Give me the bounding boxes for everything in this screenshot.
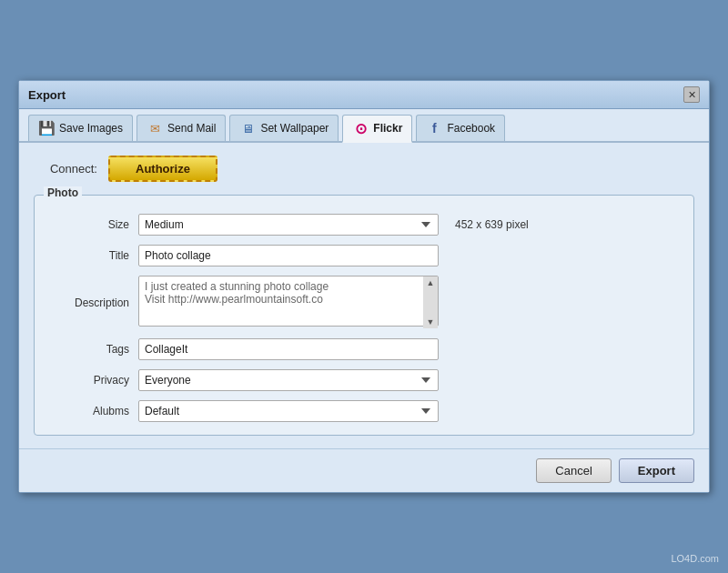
- save-images-icon: 💾: [38, 120, 55, 136]
- size-row: Size Small Medium Large Original 452 x 6…: [47, 214, 681, 236]
- tab-flickr-label: Flickr: [373, 122, 402, 135]
- privacy-label: Privacy: [47, 374, 129, 387]
- privacy-select[interactable]: Everyone Friends Family Private: [138, 369, 439, 391]
- size-select[interactable]: Small Medium Large Original: [138, 214, 439, 236]
- tab-send-mail[interactable]: ✉ Send Mail: [136, 115, 226, 141]
- albums-label: Alubms: [47, 405, 129, 417]
- export-button[interactable]: Export: [619, 458, 694, 483]
- tab-set-wallpaper[interactable]: 🖥 Set Wallpaper: [229, 115, 339, 141]
- title-input[interactable]: [138, 245, 439, 266]
- tab-facebook-label: Facebook: [447, 122, 495, 135]
- authorize-button[interactable]: Authorize: [108, 156, 217, 182]
- scroll-down-arrow[interactable]: ▼: [425, 316, 437, 328]
- description-wrap: I just created a stunning photo collage …: [138, 276, 439, 329]
- close-button[interactable]: ✕: [683, 86, 700, 103]
- set-wallpaper-icon: 🖥: [239, 120, 256, 136]
- tags-label: Tags: [47, 343, 129, 356]
- connect-row: Connect: Authorize: [34, 156, 694, 182]
- tab-save-images[interactable]: 💾 Save Images: [28, 115, 133, 141]
- flickr-icon: ⊙: [352, 120, 369, 136]
- facebook-icon: f: [426, 120, 442, 136]
- dialog-content: Connect: Authorize Photo Size Small Medi…: [19, 143, 709, 448]
- tab-save-images-label: Save Images: [59, 122, 123, 135]
- tab-set-wallpaper-label: Set Wallpaper: [260, 122, 329, 135]
- tab-send-mail-label: Send Mail: [167, 122, 216, 135]
- tags-input[interactable]: [138, 338, 439, 360]
- photo-group: Photo Size Small Medium Large Original 4…: [34, 195, 694, 436]
- description-scrollbar: ▲ ▼: [423, 276, 438, 328]
- cancel-button[interactable]: Cancel: [536, 458, 611, 483]
- description-label: Description: [47, 297, 129, 309]
- photo-group-legend: Photo: [44, 186, 82, 199]
- albums-row: Alubms Default Album 1 Album 2: [47, 400, 681, 422]
- title-label: Title: [47, 249, 129, 262]
- tab-facebook[interactable]: f Facebook: [416, 115, 505, 141]
- pixel-dimensions: 452 x 639 pixel: [455, 218, 529, 231]
- description-row: Description I just created a stunning ph…: [47, 276, 681, 329]
- description-textarea[interactable]: I just created a stunning photo collage …: [138, 276, 439, 327]
- dialog-footer: Cancel Export: [19, 448, 709, 492]
- scroll-up-arrow[interactable]: ▲: [425, 276, 437, 289]
- tab-bar: 💾 Save Images ✉ Send Mail 🖥 Set Wallpape…: [19, 109, 709, 143]
- privacy-row: Privacy Everyone Friends Family Private: [47, 369, 681, 391]
- size-label: Size: [47, 218, 129, 231]
- title-bar: Export ✕: [19, 81, 709, 109]
- dialog-title: Export: [28, 88, 66, 102]
- albums-select[interactable]: Default Album 1 Album 2: [138, 400, 439, 422]
- connect-label: Connect:: [34, 162, 97, 176]
- title-row: Title: [47, 245, 681, 266]
- send-mail-icon: ✉: [147, 120, 163, 136]
- export-dialog: Export ✕ 💾 Save Images ✉ Send Mail 🖥 Set…: [18, 80, 710, 493]
- tags-row: Tags: [47, 338, 681, 360]
- watermark: LO4D.com: [671, 553, 719, 564]
- tab-flickr[interactable]: ⊙ Flickr: [342, 115, 412, 143]
